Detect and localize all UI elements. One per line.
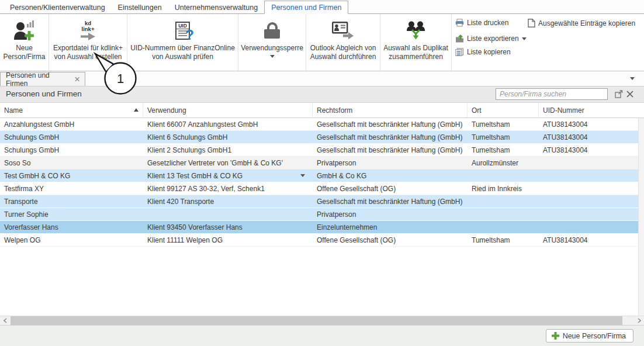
cell-rechtsform: Gesellschaft mit beschränkter Haftung (G… <box>313 144 468 156</box>
cell-name: Test GmbH & CO KG <box>0 169 143 182</box>
cell-ort <box>468 221 539 233</box>
outlook-sync-button[interactable]: Outlook Abgleich von Auswahl durchführen <box>306 14 380 71</box>
table-row[interactable]: Schulungs GmbH Klient 2 Schulungs GmbH1 … <box>0 144 644 157</box>
cell-ort: Ried im Innkreis <box>468 182 539 195</box>
table-row[interactable]: Transporte Klient 420 Transporte Gesells… <box>0 195 644 208</box>
uid-icon-question-mark: ? <box>185 27 194 43</box>
cell-ort <box>468 169 539 182</box>
search-input[interactable] <box>496 88 608 100</box>
ribbon-button-label: UID-Nummern über FinanzOnline von Auswah… <box>129 44 237 61</box>
close-icon[interactable] <box>75 77 79 82</box>
cell-ort: Aurollzmünster <box>468 157 539 169</box>
cell-name: Vorerfasser Hans <box>0 221 143 233</box>
column-label: Verwendung <box>147 106 186 115</box>
cell-rechtsform: Gesellschaft mit beschränkter Haftung (G… <box>313 131 468 143</box>
copy-selected-entries-button[interactable]: Ausgewählte Einträge kopieren <box>528 19 635 27</box>
liste-kopieren-button[interactable]: Liste kopieren <box>455 48 511 56</box>
top-tab-bar: Personen/Klientenverwaltung Einstellunge… <box>0 0 644 14</box>
column-header-rechtsform[interactable]: Rechtsform <box>313 103 468 117</box>
column-header-verwendung[interactable]: Verwendung <box>143 103 313 117</box>
cell-name: Welpen OG <box>0 234 143 246</box>
cell-verwendung: Klient 13 Test GmbH & CO KG <box>143 169 313 182</box>
cell-uid: ATU38143004 <box>539 131 644 143</box>
cell-rechtsform: GmbH & Co KG <box>313 169 468 182</box>
column-header-uid-nummer[interactable]: UID-Nummer <box>539 103 644 117</box>
cell-verwendung: Klient 93450 Vorerfasser Hans <box>143 221 313 233</box>
cell-uid: ATU38143004 <box>539 118 644 130</box>
tab-einstellungen[interactable]: Einstellungen <box>112 1 168 13</box>
kdlink-export-icon: kd link+ <box>80 17 96 44</box>
cell-name: Anzahlungstest GmbH <box>0 118 143 130</box>
printer-icon <box>455 19 464 27</box>
cell-uid <box>539 157 644 169</box>
kdlink-icon-text-link: link+ <box>82 26 95 32</box>
close-search-icon[interactable] <box>626 91 633 98</box>
uid-check-button[interactable]: UID ? UID-Nummern über FinanzOnline von … <box>127 14 238 71</box>
table-row[interactable]: Test GmbH & CO KG Klient 13 Test GmbH & … <box>0 169 644 182</box>
column-header-ort[interactable]: Ort <box>468 103 539 117</box>
cell-name: Testfirma XY <box>0 182 143 195</box>
panel-header: Personen und Firmen <box>0 86 644 103</box>
person-add-icon <box>13 17 36 44</box>
horizontal-scrollbar[interactable] <box>0 316 644 325</box>
table-row[interactable]: Vorerfasser Hans Klient 93450 Vorerfasse… <box>0 221 644 234</box>
cell-verwendung: Klient 99127 AS 30-32, Verf, Schenk1 <box>143 182 313 195</box>
table-row[interactable]: Testfirma XY Klient 99127 AS 30-32, Verf… <box>0 182 644 195</box>
verwendungssperre-button[interactable]: Verwendungssperre <box>238 14 306 71</box>
ribbon-toolbar: Neue Person/Firma kd link+ Exportdatei f… <box>0 14 644 71</box>
table-row[interactable]: Anzahlungstest GmbH Klient 66007 Anzahlu… <box>0 118 644 131</box>
ribbon-button-label: Neue Person/Firma <box>2 44 47 61</box>
cell-rechtsform: Einzelunternehmen <box>313 221 468 233</box>
copy-list-icon <box>455 48 464 56</box>
chevron-left-icon <box>4 318 7 323</box>
cell-ort: Tumeltsham <box>468 131 539 143</box>
cell-rechtsform: Gesellschaft mit beschränkter Haftung (G… <box>313 195 468 207</box>
chevron-down-icon <box>522 37 527 40</box>
cell-uid <box>539 195 644 207</box>
cell-verwendung: Gesetzlicher Vertreter von 'GmbH & Co KG… <box>143 157 313 169</box>
cell-uid <box>539 221 644 233</box>
cell-ort: Tumeltsham <box>468 144 539 156</box>
column-label: Ort <box>472 106 482 115</box>
vertical-scrollbar-track[interactable] <box>638 118 644 316</box>
table-empty-area <box>0 247 644 316</box>
liste-exportieren-button[interactable]: Liste exportieren <box>455 34 527 43</box>
table-row[interactable]: Welpen OG Klient 11111 Welpen OG Offene … <box>0 234 644 247</box>
cell-rechtsform: Privatperson <box>313 208 468 220</box>
open-window-icon[interactable] <box>615 90 623 98</box>
plus-icon <box>552 332 559 340</box>
verwendung-dropdown-icon[interactable] <box>300 174 305 177</box>
action-label: Liste drucken <box>467 19 508 27</box>
table-row[interactable]: Soso So Gesetzlicher Vertreter von 'GmbH… <box>0 157 644 169</box>
tab-personen-klientenverwaltung[interactable]: Personen/Klientenverwaltung <box>4 1 112 13</box>
scroll-right-button[interactable] <box>634 316 644 325</box>
liste-drucken-button[interactable]: Liste drucken <box>455 19 508 27</box>
scrollbar-thumb[interactable] <box>11 316 622 325</box>
cell-verwendung: Klient 6 Schulungs GmbH <box>143 131 313 143</box>
cell-name: Schulungs GmbH <box>0 131 143 143</box>
uid-document-icon: UID ? <box>175 17 190 44</box>
table-row[interactable]: Schulungs GmbH Klient 6 Schulungs GmbH G… <box>0 131 644 144</box>
outlook-contact-icon <box>332 17 354 44</box>
chevron-right-icon <box>638 318 641 323</box>
cell-uid: ATU38143004 <box>539 234 644 246</box>
cell-ort <box>468 195 539 207</box>
lock-icon <box>264 17 280 44</box>
ribbon-list-actions: Liste drucken Liste exportieren Li <box>452 14 644 71</box>
tab-personen-und-firmen[interactable]: Personen und Firmen <box>264 1 348 14</box>
tab-unternehmensverwaltung[interactable]: Unternehmensverwaltung <box>168 1 264 13</box>
document-tab-label: Personen und Firmen <box>6 71 70 88</box>
table-row[interactable]: Turner Sophie Privatperson <box>0 208 644 221</box>
table-header: Name Verwendung Rechtsform Ort UID-Numme… <box>0 103 644 118</box>
cell-uid <box>539 182 644 195</box>
document-tab-personen-und-firmen[interactable]: Personen und Firmen <box>0 72 85 86</box>
cell-uid <box>539 208 644 220</box>
new-person-firma-button[interactable]: Neue Person/Firma <box>0 14 49 71</box>
column-header-name[interactable]: Name <box>0 103 143 117</box>
new-person-firma-footer-button[interactable]: Neue Person/Firma <box>546 329 633 342</box>
tab-list-dropdown-icon[interactable] <box>630 77 635 80</box>
merge-duplicate-button[interactable]: Auswahl als Duplikat zusammenführen <box>380 14 452 71</box>
kdlink-export-button[interactable]: kd link+ Exportdatei für kdlink+ von Aus… <box>49 14 127 71</box>
scroll-left-button[interactable] <box>0 316 10 325</box>
action-label: Liste exportieren <box>467 34 519 43</box>
